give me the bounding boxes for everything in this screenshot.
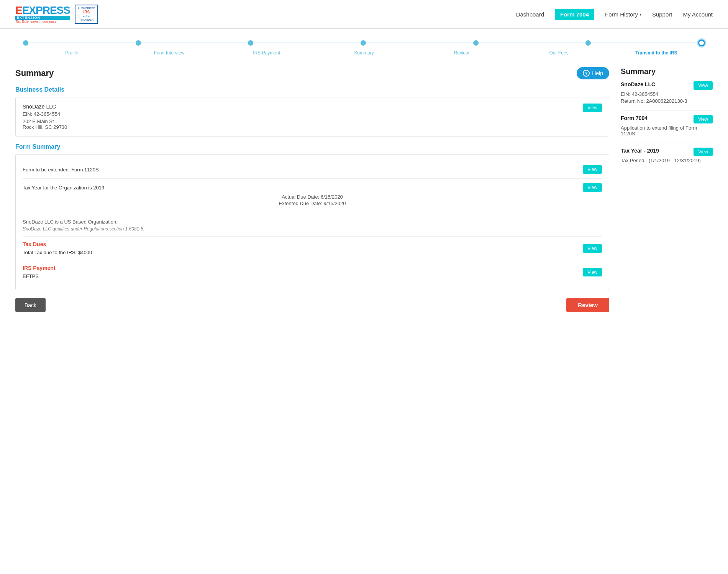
page-title: Summary	[15, 68, 54, 78]
form-summary-title: Form Summary	[15, 143, 609, 150]
right-form-section: Form 7004 View Application to extend fil…	[621, 115, 713, 137]
header: EEXPRESS EXTENSION Tax Extensions made e…	[0, 0, 728, 29]
business-info: SnoDaze LLC EIN: 42-3654554 202 E Main S…	[23, 104, 67, 130]
right-form-view-button[interactable]: View	[694, 115, 713, 123]
progress-label-profile: Profile	[23, 50, 120, 56]
right-divider-2	[621, 143, 713, 143]
nav-dashboard[interactable]: Dashboard	[516, 11, 544, 18]
form-item-taxyear-row: Tax Year for the Organization is 2019 Vi…	[23, 183, 602, 192]
right-company-view-button[interactable]: View	[694, 81, 713, 90]
progress-label-review: Review	[413, 50, 510, 56]
footer-buttons: Back Review	[15, 298, 609, 312]
right-form-row: Form 7004 View	[621, 115, 713, 123]
right-company-section: SnoDaze LLC View EIN: 42-3654554 Return …	[621, 81, 713, 104]
page-title-row: Summary ? Help	[15, 67, 609, 79]
content-left: Summary ? Help Business Details SnoDaze …	[15, 67, 609, 312]
progress-track	[23, 39, 705, 46]
right-panel-title: Summary	[621, 67, 713, 76]
form-summary-card: Form to be extended: Form 1120S View Tax…	[15, 154, 609, 290]
irs-badge: AUTHORIZED IRS e-file PROVIDER	[75, 5, 98, 24]
progress-dot-fees	[585, 40, 591, 46]
logo-e-letter: E	[15, 4, 22, 16]
review-button[interactable]: Review	[566, 298, 609, 312]
logo-express: EEXPRESS	[15, 5, 70, 16]
right-taxyear-label: Tax Year - 2019	[621, 148, 659, 154]
help-button[interactable]: ? Help	[577, 67, 609, 79]
form-extended-view-button[interactable]: View	[583, 165, 602, 174]
nav-form7004[interactable]: Form 7004	[555, 9, 594, 20]
taxdues-view-button[interactable]: View	[583, 244, 602, 253]
form-item-taxyear: Tax Year for the Organization is 2019 Vi…	[23, 179, 602, 212]
nav-support[interactable]: Support	[652, 11, 672, 18]
right-company-row: SnoDaze LLC View	[621, 81, 713, 90]
progress-dot-profile	[23, 40, 28, 46]
right-form-label: Form 7004	[621, 115, 648, 121]
right-return-no: Return No: 2A00062202130-3	[621, 98, 713, 104]
back-button[interactable]: Back	[15, 298, 46, 312]
taxdues-info: Tax Dues Total Tax due to the IRS: $4000	[23, 241, 92, 255]
business-details-card: SnoDaze LLC EIN: 42-3654554 202 E Main S…	[15, 97, 609, 137]
business-card-row: SnoDaze LLC EIN: 42-3654554 202 E Main S…	[23, 104, 602, 130]
nav-my-account[interactable]: My Account	[683, 11, 713, 18]
right-form-desc: Application to extend filing of Form 112…	[621, 125, 713, 137]
logo-area: EEXPRESS EXTENSION Tax Extensions made e…	[15, 5, 516, 24]
business-ein: EIN: 42-3654554	[23, 111, 67, 117]
business-address2: Rock Hill, SC 29730	[23, 124, 67, 130]
progress-label-summary: Summary	[315, 50, 413, 56]
help-icon: ?	[583, 70, 590, 77]
irs-payment-view-button[interactable]: View	[583, 268, 602, 276]
content-right: Summary SnoDaze LLC View EIN: 42-3654554…	[621, 67, 713, 312]
progress-section: Profile Form Interview IRS Payment Summa…	[0, 29, 728, 59]
org-italic: SnoDaze LLC qualifies under Regulations …	[23, 226, 602, 232]
business-name: SnoDaze LLC	[23, 104, 67, 110]
progress-dot-interview	[136, 40, 141, 46]
right-ein: EIN: 42-3654554	[621, 91, 713, 97]
business-view-button[interactable]: View	[583, 104, 602, 112]
form-extended-label: Form to be extended: Form 1120S	[23, 167, 99, 173]
business-address1: 202 E Main St	[23, 118, 67, 124]
extended-due-date: Extented Due Date: 9/15/2020	[23, 201, 602, 206]
progress-dot-irs-payment	[248, 40, 253, 46]
irs-payment-row: IRS Payment EFTPS View	[23, 265, 602, 279]
progress-label-interview: Form Interview	[120, 50, 218, 56]
irs-payment-title: IRS Payment	[23, 265, 56, 271]
actual-due-date: Actual Due Date: 6/15/2020	[23, 194, 602, 200]
progress-dot-review	[473, 40, 479, 46]
progress-labels: Profile Form Interview IRS Payment Summa…	[23, 50, 705, 56]
right-divider-1	[621, 110, 713, 110]
nav-form-history[interactable]: Form History ▾	[605, 11, 641, 18]
main-nav: Dashboard Form 7004 Form History ▾ Suppo…	[516, 9, 713, 20]
progress-label-irs-payment: IRS Payment	[218, 50, 315, 56]
progress-label-fees: Our Fees	[510, 50, 607, 56]
progress-label-transmit: Transmit to the IRS	[608, 50, 705, 56]
irs-payment-info: IRS Payment EFTPS	[23, 265, 56, 279]
progress-dot-summary	[361, 40, 366, 46]
chevron-down-icon: ▾	[639, 12, 641, 16]
progress-dot-transmit	[698, 39, 705, 46]
tax-dues-text: Total Tax due to the IRS: $4000	[23, 250, 92, 255]
form-item-irs-payment: IRS Payment EFTPS View	[23, 260, 602, 284]
form-item-extended: Form to be extended: Form 1120S View	[23, 161, 602, 179]
right-taxyear-view-button[interactable]: View	[694, 148, 713, 156]
form-item-taxdues: Tax Dues Total Tax due to the IRS: $4000…	[23, 237, 602, 260]
taxdues-row: Tax Dues Total Tax due to the IRS: $4000…	[23, 241, 602, 255]
business-details-title: Business Details	[15, 86, 609, 93]
form-item-org: SnoDaze LLC is a US Based Organization. …	[23, 212, 602, 237]
right-taxyear-row: Tax Year - 2019 View	[621, 148, 713, 156]
logo-text: EEXPRESS EXTENSION Tax Extensions made e…	[15, 5, 70, 23]
right-company-name: SnoDaze LLC	[621, 81, 655, 87]
main-content: Summary ? Help Business Details SnoDaze …	[0, 59, 728, 324]
form-taxyear-label: Tax Year for the Organization is 2019	[23, 185, 104, 191]
logo-tagline: Tax Extensions made easy	[15, 20, 70, 23]
tax-dues-title: Tax Dues	[23, 241, 92, 247]
right-taxyear-section: Tax Year - 2019 View Tax Period - (1/1/2…	[621, 148, 713, 163]
irs-payment-text: EFTPS	[23, 273, 56, 279]
form-item-extended-row: Form to be extended: Form 1120S View	[23, 165, 602, 174]
due-dates: Actual Due Date: 6/15/2020 Extented Due …	[23, 194, 602, 206]
right-tax-period: Tax Period - (1/1/2019 - 12/31/2019)	[621, 158, 713, 163]
org-text: SnoDaze LLC is a US Based Organization.	[23, 219, 602, 225]
form-taxyear-view-button[interactable]: View	[583, 183, 602, 192]
